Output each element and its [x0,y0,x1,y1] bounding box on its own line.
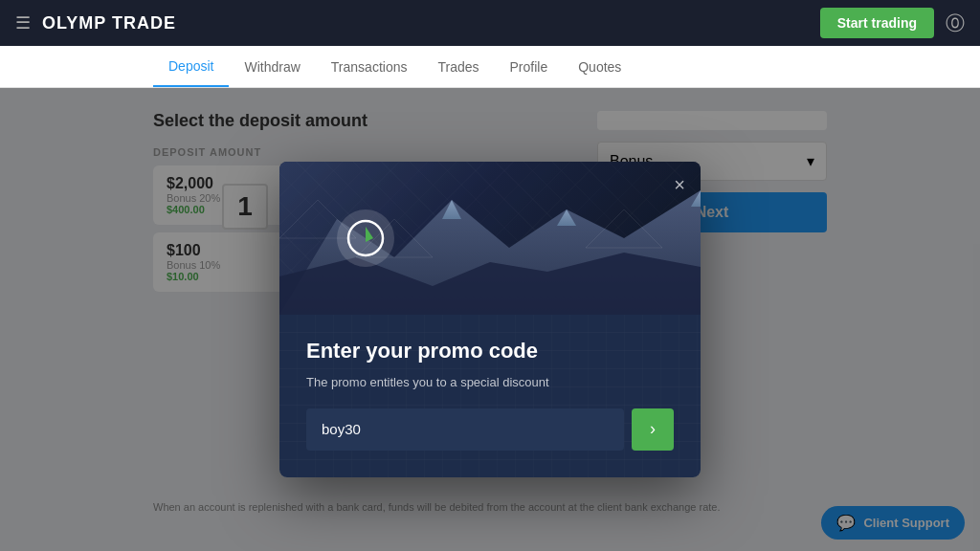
start-trading-button[interactable]: Start trading [820,8,934,38]
tab-withdraw[interactable]: Withdraw [229,48,315,86]
promo-input-row: › [306,408,674,451]
modal-subtitle: The promo entitles you to a special disc… [306,375,674,389]
tab-deposit[interactable]: Deposit [153,47,229,87]
main-content: Select the deposit amount DEPOSIT AMOUNT… [0,88,980,551]
help-icon[interactable]: ⓪ [946,11,965,36]
modal-logo [337,209,394,267]
tab-transactions[interactable]: Transactions [316,48,423,86]
tab-profile[interactable]: Profile [495,48,564,86]
topnav: ☰ OLYMP TRADE Start trading ⓪ [0,0,980,46]
tab-quotes[interactable]: Quotes [563,48,636,86]
modal-title: Enter your promo code [306,338,674,365]
promo-submit-button[interactable]: › [632,408,674,451]
promo-code-input[interactable] [306,408,624,451]
svg-marker-9 [366,227,373,242]
tabs-bar: Deposit Withdraw Transactions Trades Pro… [0,46,980,88]
modal-body: Enter your promo code The promo entitles… [279,315,701,477]
modal-close-button[interactable]: × [674,175,685,194]
tab-trades[interactable]: Trades [422,48,494,86]
modal-header-image: × [279,162,701,315]
brand-logo: OLYMP TRADE [42,13,176,33]
promo-modal: × Enter your promo code The promo entitl… [279,162,701,477]
hamburger-icon[interactable]: ☰ [15,12,31,33]
modal-overlay[interactable]: × Enter your promo code The promo entitl… [0,88,980,551]
